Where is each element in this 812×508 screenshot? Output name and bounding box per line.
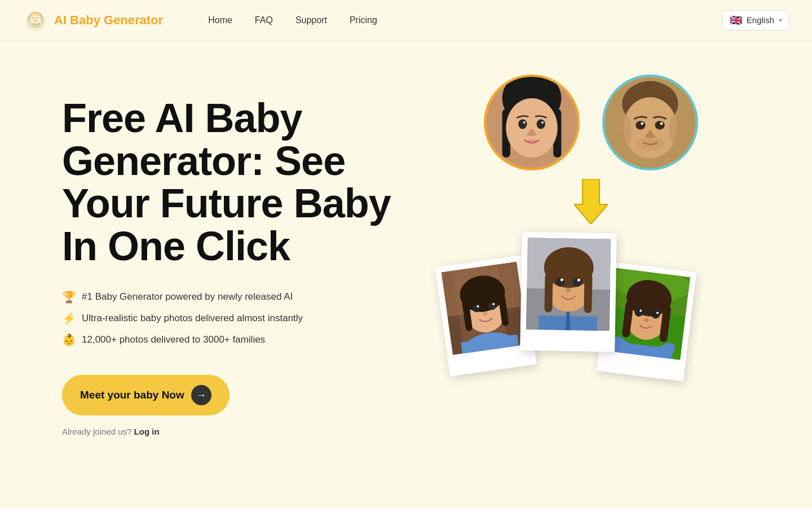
baby-photos (442, 233, 690, 424)
mom-avatar (484, 75, 580, 170)
hero-left: Free AI Baby Generator: See Your Future … (62, 75, 414, 436)
cta-label: Meet your baby Now (80, 389, 184, 401)
svg-point-14 (541, 121, 544, 124)
cta-button[interactable]: Meet your baby Now → (62, 375, 230, 415)
feature-3: 👶 12,000+ photos delivered to 3000+ fami… (62, 333, 414, 347)
already-joined-text: Already joined us? Log in (62, 427, 414, 436)
logo-link[interactable]: AI Baby Generator (23, 7, 163, 33)
svg-point-22 (641, 122, 643, 125)
flag-icon: 🇬🇧 (730, 14, 742, 27)
svg-point-10 (506, 98, 557, 157)
svg-point-21 (655, 121, 664, 129)
svg-rect-44 (544, 273, 553, 312)
lightning-icon: ⚡ (62, 312, 76, 325)
nav-support[interactable]: Support (295, 15, 327, 25)
nav-links: Home FAQ Support Pricing (208, 15, 377, 25)
feature-1: 🏆 #1 Baby Generator powered by newly rel… (62, 290, 414, 304)
svg-point-11 (518, 119, 527, 129)
feature-3-text: 12,000+ photos delivered to 3000+ famili… (82, 334, 265, 345)
svg-point-12 (536, 119, 545, 129)
navbar: AI Baby Generator Home FAQ Support Prici… (0, 0, 812, 41)
svg-point-18 (618, 115, 631, 147)
logo-icon (23, 7, 48, 33)
arrow-right-icon: → (191, 385, 211, 405)
svg-point-19 (669, 115, 682, 147)
chevron-down-icon: ▾ (779, 16, 782, 24)
nav-pricing[interactable]: Pricing (350, 15, 377, 25)
svg-point-20 (636, 121, 645, 129)
trophy-icon: 🏆 (62, 290, 76, 304)
nav-faq[interactable]: FAQ (255, 15, 273, 25)
baby-3-svg (604, 268, 690, 360)
hero-right (414, 75, 767, 413)
svg-marker-25 (574, 179, 608, 224)
arrow-down-icon (574, 179, 608, 224)
hero-section: Free AI Baby Generator: See Your Future … (0, 41, 812, 508)
svg-point-13 (523, 121, 525, 124)
language-selector[interactable]: 🇬🇧 English ▾ (722, 10, 789, 30)
hero-title: Free AI Baby Generator: See Your Future … (62, 97, 414, 268)
baby-photo-2 (520, 232, 617, 352)
feature-2-text: Ultra-realistic baby photos delivered al… (82, 313, 303, 324)
language-label: English (747, 15, 774, 25)
nav-home[interactable]: Home (208, 15, 232, 25)
baby-1-svg (441, 261, 528, 354)
logo-text: AI Baby Generator (54, 13, 163, 28)
svg-rect-45 (584, 273, 592, 313)
feature-1-text: #1 Baby Generator powered by newly relea… (82, 291, 293, 303)
dad-avatar (602, 75, 698, 170)
dad-face-svg (604, 77, 696, 168)
nav-right: 🇬🇧 English ▾ (722, 10, 789, 30)
login-link[interactable]: Log in (134, 427, 160, 436)
mom-face-svg (486, 77, 577, 168)
baby-icon: 👶 (62, 333, 76, 347)
hero-features: 🏆 #1 Baby Generator powered by newly rel… (62, 290, 414, 347)
svg-point-23 (660, 122, 663, 125)
feature-2: ⚡ Ultra-realistic baby photos delivered … (62, 312, 414, 325)
parent-avatars (478, 75, 704, 170)
baby-2-svg (526, 238, 611, 331)
